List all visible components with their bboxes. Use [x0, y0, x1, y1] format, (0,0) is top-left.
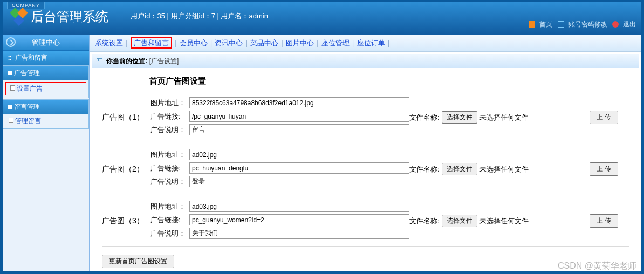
upload-button[interactable]: 上 传: [590, 214, 618, 228]
ad-link-input[interactable]: [189, 162, 409, 174]
system-title: 后台管理系统: [31, 8, 108, 25]
ad-block-2: 广告图（2） 图片地址： 广告链接: 广告说明： 文件名称: 选择文件 未选择任…: [102, 143, 629, 195]
ad-block-3: 广告图（3） 图片地址： 广告链接: 广告说明： 文件名称: 选择文件 未选择任…: [102, 195, 629, 247]
nav-item-2[interactable]: 会员中心: [180, 39, 208, 47]
top-nav: 系统设置 | 广告和留言 | 会员中心 | 资讯中心 | 菜品中心 | 图片中心…: [90, 35, 641, 52]
nav-item-7[interactable]: 座位订单: [357, 39, 385, 47]
ad-title: 广告图（2）: [102, 165, 150, 174]
ad-link-input[interactable]: [189, 214, 409, 225]
nav-item-0[interactable]: 系统设置: [95, 39, 123, 47]
sidebar-header: 管理中心: [3, 35, 89, 51]
nav-item-4[interactable]: 菜品中心: [250, 39, 278, 47]
ad-title: 广告图（1）: [102, 113, 150, 122]
author-footer: 作者QQ：45157718: [102, 268, 629, 271]
image-path-input[interactable]: [189, 149, 409, 160]
ad-link-input[interactable]: [189, 111, 409, 122]
logo-icon: [11, 9, 26, 24]
no-file-text: 未选择任何文件: [479, 165, 529, 174]
breadcrumb: 你当前的位置: [广告设置]: [92, 54, 639, 68]
ad-desc-input[interactable]: [189, 124, 409, 135]
watermark: CSDN @黄菊华老师: [558, 261, 636, 272]
ad-desc-input[interactable]: [189, 228, 409, 239]
image-path-input[interactable]: [189, 201, 409, 212]
sidebar-category[interactable]: ::: 广告和留言: [3, 51, 89, 65]
update-button[interactable]: 更新首页广告图设置: [102, 255, 174, 268]
ad-title: 广告图（3）: [102, 216, 150, 226]
grid-icon: [97, 58, 102, 64]
upload-button[interactable]: 上 传: [590, 111, 618, 124]
home-link[interactable]: 首页: [529, 20, 552, 28]
top-actions: 首页 账号密码修改 退出: [525, 20, 636, 29]
nav-item-3[interactable]: 资讯中心: [215, 39, 243, 47]
no-file-text: 未选择任何文件: [479, 113, 529, 122]
collapse-icon[interactable]: [6, 37, 16, 47]
upload-button[interactable]: 上 传: [590, 162, 618, 176]
change-password-link[interactable]: 账号密码修改: [558, 20, 607, 28]
no-file-text: 未选择任何文件: [479, 216, 529, 226]
choose-file-button[interactable]: 选择文件: [442, 215, 477, 227]
breadcrumb-current[interactable]: [广告设置]: [149, 57, 179, 65]
account-icon: [558, 21, 564, 28]
power-icon: [612, 21, 619, 28]
nav-item-6[interactable]: 座位管理: [321, 39, 350, 47]
sidebar-section-ad[interactable]: 广告管理: [3, 66, 88, 80]
sidebar-section-msg[interactable]: 留言管理: [3, 100, 88, 114]
top-bar: COMPANY 后台管理系统 用户id：35 | 用户分组id：7 | 用户名：…: [0, 0, 644, 35]
ad-desc-input[interactable]: [189, 176, 409, 187]
sidebar-item-set-ad[interactable]: 设置广告: [5, 82, 86, 95]
company-tag: COMPANY: [7, 2, 45, 9]
sidebar: 管理中心 ::: 广告和留言 广告管理 设置广告 留言管理 管理留言: [3, 35, 90, 271]
ad-block-1: 广告图（1） 图片地址： 广告链接: 广告说明： 文件名称: 选择文件 未选择任…: [102, 92, 629, 143]
choose-file-button[interactable]: 选择文件: [442, 163, 477, 175]
logout-link[interactable]: 退出: [612, 20, 636, 28]
page-title: 首页广告图设置: [102, 74, 629, 92]
user-info: 用户id：35 | 用户分组id：7 | 用户名：admin: [131, 11, 268, 30]
sidebar-item-manage-msg[interactable]: 管理留言: [3, 114, 88, 128]
nav-item-1[interactable]: 广告和留言: [131, 37, 172, 49]
image-path-input[interactable]: [189, 97, 409, 108]
choose-file-button[interactable]: 选择文件: [442, 111, 477, 124]
nav-item-5[interactable]: 图片中心: [286, 39, 314, 47]
home-icon: [529, 21, 535, 28]
